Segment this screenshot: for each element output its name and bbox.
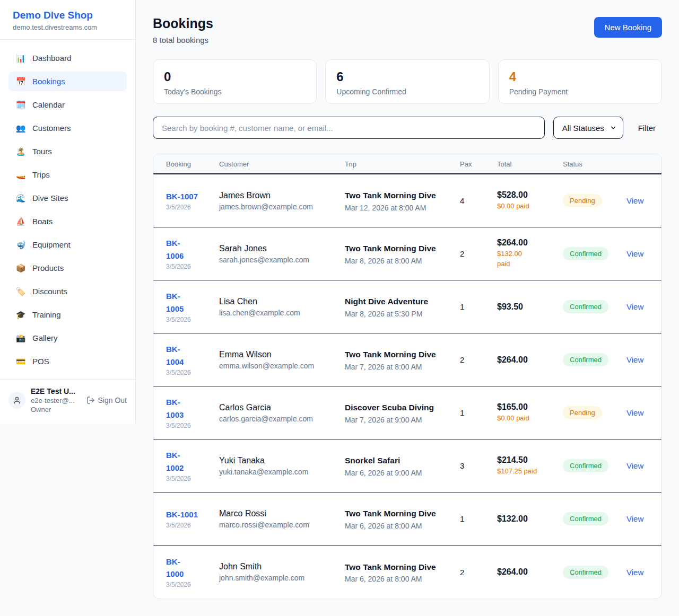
trip-name: Two Tank Morning Dive bbox=[345, 507, 438, 520]
sidebar-item-label: Training bbox=[32, 310, 61, 319]
booking-number-link[interactable]: BK- 1006 bbox=[166, 237, 213, 262]
booking-date: 3/5/2026 bbox=[166, 581, 213, 588]
person-icon bbox=[12, 395, 22, 405]
amount-paid: $0.00 paid bbox=[497, 413, 556, 424]
trip-datetime: Mar 12, 2026 at 8:00 AM bbox=[345, 204, 454, 212]
trip-name: Two Tank Morning Dive bbox=[345, 242, 438, 254]
pax-count: 1 bbox=[460, 514, 497, 523]
booking-number-link[interactable]: BK- 1003 bbox=[166, 396, 213, 421]
stat-value: 0 bbox=[164, 69, 306, 84]
sidebar-item-label: Dashboard bbox=[32, 54, 71, 63]
table-body: BK-1007 3/5/2026 James Brown james.brown… bbox=[153, 174, 661, 599]
sign-out-button[interactable]: Sign Out bbox=[86, 396, 127, 404]
trip-datetime: Mar 8, 2026 at 8:00 AM bbox=[345, 257, 454, 265]
filter-button[interactable]: Filter bbox=[632, 119, 662, 137]
sidebar-item-dashboard[interactable]: 📊 Dashboard bbox=[8, 48, 127, 68]
customer-name: Marco Rossi bbox=[219, 509, 338, 518]
sidebar-item-discounts[interactable]: 🏷️ Discounts bbox=[8, 281, 127, 301]
stat-value: 6 bbox=[336, 69, 478, 84]
pax-count: 2 bbox=[460, 249, 497, 258]
pax-count: 1 bbox=[460, 302, 497, 311]
stat-label: Upcoming Confirmed bbox=[336, 87, 478, 96]
booking-number-link[interactable]: BK-1001 bbox=[166, 508, 213, 521]
total-amount: $264.00 bbox=[497, 355, 556, 365]
view-link[interactable]: View bbox=[626, 461, 643, 470]
wave-icon: 🌊 bbox=[15, 193, 26, 203]
booking-number-link[interactable]: BK- 1005 bbox=[166, 290, 213, 315]
trip-datetime: Mar 6, 2026 at 9:00 AM bbox=[345, 469, 454, 477]
view-link[interactable]: View bbox=[626, 249, 643, 258]
view-link[interactable]: View bbox=[626, 196, 643, 205]
customer-name: Carlos Garcia bbox=[219, 403, 338, 412]
customer-name: James Brown bbox=[219, 191, 338, 200]
customer-email: lisa.chen@example.com bbox=[219, 309, 338, 317]
sidebar-item-pos[interactable]: 💳 POS bbox=[8, 351, 127, 371]
brand-name: Demo Dive Shop bbox=[13, 10, 123, 21]
sign-out-icon bbox=[86, 396, 95, 404]
view-link[interactable]: View bbox=[626, 302, 643, 311]
status-badge: Pending bbox=[563, 406, 602, 419]
sidebar-item-customers[interactable]: 👥 Customers bbox=[8, 118, 127, 138]
pax-count: 1 bbox=[460, 408, 497, 417]
table-row: BK- 1005 3/5/2026 Lisa Chen lisa.chen@ex… bbox=[153, 280, 661, 333]
sidebar-item-boats[interactable]: ⛵ Boats bbox=[8, 212, 127, 231]
trip-name: Two Tank Morning Dive bbox=[345, 348, 438, 360]
calendar-icon: 🗓️ bbox=[15, 100, 26, 110]
table-row: BK- 1006 3/5/2026 Sarah Jones sarah.jone… bbox=[153, 227, 661, 280]
search-input[interactable] bbox=[153, 117, 545, 139]
booking-date: 3/5/2026 bbox=[166, 522, 213, 529]
stat-label: Today's Bookings bbox=[164, 87, 306, 96]
new-booking-button[interactable]: New Booking bbox=[594, 17, 662, 38]
user-section: E2E Test U... e2e-tester@... Owner Sign … bbox=[0, 379, 135, 424]
sidebar-item-label: Products bbox=[32, 263, 64, 272]
total-amount: $528.00 bbox=[497, 190, 556, 200]
sidebar-item-tours[interactable]: 🏝️ Tours bbox=[8, 142, 127, 161]
sidebar-item-label: POS bbox=[32, 357, 49, 366]
sidebar-item-trips[interactable]: 🚤 Trips bbox=[8, 165, 127, 184]
total-amount: $93.50 bbox=[497, 302, 556, 312]
sidebar-item-products[interactable]: 📦 Products bbox=[8, 258, 127, 278]
sidebar-item-label: Calendar bbox=[32, 100, 65, 109]
filters-bar: All Statuses Filter bbox=[153, 117, 662, 139]
view-link[interactable]: View bbox=[626, 568, 643, 577]
sidebar-item-label: Boats bbox=[32, 217, 53, 226]
avatar bbox=[8, 392, 25, 409]
total-amount: $132.00 bbox=[497, 514, 556, 524]
brand-domain: demo.test.divestreams.com bbox=[13, 23, 123, 31]
sidebar-item-training[interactable]: 🎓 Training bbox=[8, 305, 127, 324]
page-header: Bookings 8 total bookings New Booking bbox=[153, 16, 662, 45]
diving-mask-icon: 🤿 bbox=[15, 240, 26, 250]
user-name: E2E Test U... bbox=[31, 387, 81, 395]
status-select-wrap: All Statuses bbox=[553, 117, 623, 139]
camera-icon: 📸 bbox=[15, 333, 26, 343]
booking-number-link[interactable]: BK-1007 bbox=[166, 190, 213, 203]
table-row: BK-1001 3/5/2026 Marco Rossi marco.rossi… bbox=[153, 492, 661, 545]
view-link[interactable]: View bbox=[626, 514, 643, 523]
status-badge: Confirmed bbox=[563, 353, 608, 366]
sidebar-item-gallery[interactable]: 📸 Gallery bbox=[8, 328, 127, 348]
sidebar-nav: 📊 Dashboard 📅 Bookings 🗓️ Calendar 👥 Cus… bbox=[0, 40, 135, 379]
status-badge: Confirmed bbox=[563, 566, 608, 579]
view-link[interactable]: View bbox=[626, 408, 643, 417]
view-link[interactable]: View bbox=[626, 355, 643, 364]
column-header-status: Status bbox=[563, 160, 626, 168]
sidebar-item-equipment[interactable]: 🤿 Equipment bbox=[8, 235, 127, 254]
trip-name: Two Tank Morning Dive bbox=[345, 189, 438, 201]
people-icon: 👥 bbox=[15, 124, 26, 133]
booking-number-link[interactable]: BK- 1000 bbox=[166, 556, 213, 580]
main-content: Bookings 8 total bookings New Booking 0 … bbox=[136, 0, 679, 615]
sidebar-item-calendar[interactable]: 🗓️ Calendar bbox=[8, 95, 127, 115]
table-row: BK- 1000 3/5/2026 John Smith john.smith@… bbox=[153, 545, 661, 599]
sidebar-item-bookings[interactable]: 📅 Bookings bbox=[8, 72, 127, 91]
status-select[interactable]: All Statuses bbox=[553, 117, 623, 139]
customer-email: john.smith@example.com bbox=[219, 574, 338, 582]
booking-number-link[interactable]: BK- 1004 bbox=[166, 343, 213, 368]
bar-chart-icon: 📊 bbox=[15, 54, 26, 63]
sidebar-item-label: Gallery bbox=[32, 333, 58, 342]
package-icon: 📦 bbox=[15, 263, 26, 273]
sidebar-item-dive-sites[interactable]: 🌊 Dive Sites bbox=[8, 188, 127, 208]
sidebar-item-label: Discounts bbox=[32, 287, 67, 296]
table-row: BK- 1002 3/5/2026 Yuki Tanaka yuki.tanak… bbox=[153, 439, 661, 492]
booking-number-link[interactable]: BK- 1002 bbox=[166, 449, 213, 474]
table-row: BK- 1004 3/5/2026 Emma Wilson emma.wilso… bbox=[153, 333, 661, 386]
